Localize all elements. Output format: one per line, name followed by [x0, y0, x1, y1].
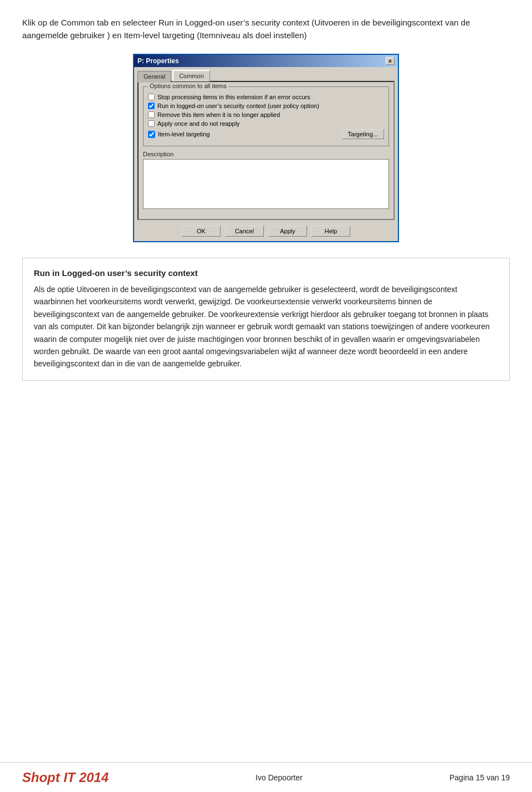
dialog-tabs: General Common [134, 67, 398, 81]
dialog-close-button[interactable]: × [386, 57, 395, 65]
section-box: Run in Logged-on user’s security context… [22, 258, 510, 381]
checkbox-label-item-level-targeting: Item-level targeting [158, 131, 210, 137]
checkbox-remove-item[interactable] [148, 111, 155, 118]
checkbox-item-level-targeting[interactable] [148, 131, 155, 138]
footer-page: Pagina 15 van 19 [449, 773, 510, 782]
tab-general[interactable]: General [137, 71, 171, 83]
checkbox-row-5: Item-level targeting Targeting... [148, 129, 384, 139]
footer-author: Ivo Depoorter [255, 773, 303, 782]
section-heading: Run in Logged-on user’s security context [34, 268, 498, 278]
checkbox-apply-once[interactable] [148, 120, 155, 127]
footer: Shopt IT 2014 Ivo Depoorter Pagina 15 va… [0, 762, 532, 792]
description-group: Description [143, 151, 389, 210]
cancel-button[interactable]: Cancel [225, 226, 264, 237]
checkbox-row-1: Stop processing items in this extension … [148, 94, 384, 100]
checkbox-stop-processing[interactable] [148, 94, 155, 100]
apply-button[interactable]: Apply [268, 226, 307, 237]
tab-common[interactable]: Common [172, 70, 210, 81]
checkbox-left-5: Item-level targeting [148, 131, 210, 138]
dialog-content: Options common to all items Stop process… [137, 81, 395, 220]
description-textarea[interactable] [143, 159, 389, 209]
checkbox-run-loggedon[interactable] [148, 103, 155, 109]
description-label: Description [143, 151, 389, 157]
checkbox-label-remove-item: Remove this item when it is no longer ap… [157, 111, 280, 118]
help-button[interactable]: Help [311, 226, 350, 237]
checkbox-label-stop-processing: Stop processing items in this extension … [157, 94, 310, 100]
checkbox-row-4: Apply once and do not reapply [148, 120, 384, 127]
ok-button[interactable]: OK [182, 226, 221, 237]
section-body: Als de optie Uitvoeren in de beveiliging… [34, 283, 498, 370]
checkbox-row-3: Remove this item when it is no longer ap… [148, 111, 384, 118]
textarea-wrapper [143, 159, 389, 210]
dialog-wrapper: P: Properties × General Common Options c… [22, 54, 510, 242]
intro-paragraph: Klik op de Common tab en selecteer Run i… [22, 17, 510, 42]
dialog-titlebar: P: Properties × [134, 55, 398, 67]
footer-brand: Shopt IT 2014 [22, 770, 109, 785]
checkbox-row-2: Run in logged-on user’s security context… [148, 103, 384, 109]
dialog-buttons: OK Cancel Apply Help [134, 223, 398, 241]
checkbox-label-apply-once: Apply once and do not reapply [157, 120, 240, 127]
targeting-button[interactable]: Targeting... [342, 129, 384, 139]
properties-dialog: P: Properties × General Common Options c… [133, 54, 399, 242]
group-box-label: Options common to all items [148, 83, 228, 89]
dialog-title: P: Properties [137, 57, 179, 65]
checkbox-label-run-loggedon: Run in logged-on user’s security context… [157, 103, 319, 109]
